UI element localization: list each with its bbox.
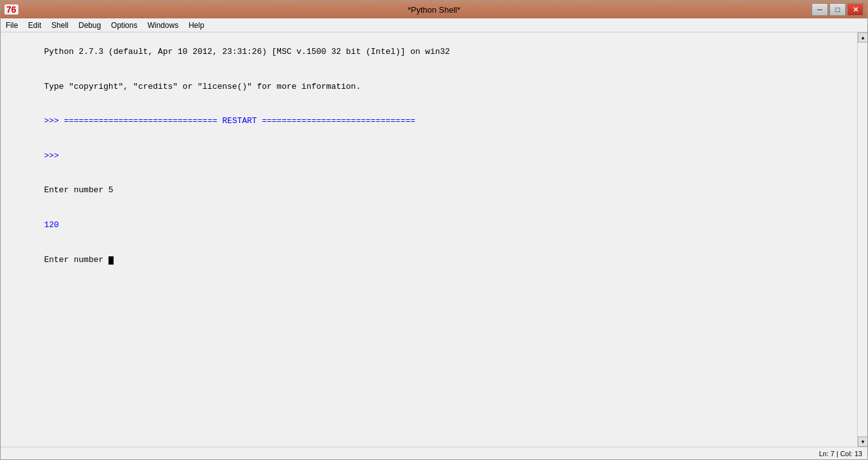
- window-controls: ─ □ ✕: [812, 3, 864, 16]
- title-bar-left: 76: [4, 4, 18, 15]
- menu-debug[interactable]: Debug: [74, 18, 106, 32]
- enter-number-prompt: Enter number: [44, 255, 108, 265]
- menu-help[interactable]: Help: [183, 18, 209, 32]
- scroll-down-arrow[interactable]: ▼: [858, 437, 867, 447]
- menu-options[interactable]: Options: [106, 18, 142, 32]
- scrollbar-right[interactable]: ▲ ▼: [857, 32, 867, 447]
- shell-text-area[interactable]: Python 2.7.3 (default, Apr 10 2012, 23:3…: [1, 32, 857, 447]
- menu-bar: File Edit Shell Debug Options Windows He…: [1, 18, 867, 32]
- main-window: 76 *Python Shell* ─ □ ✕ File Edit Shell …: [0, 0, 868, 460]
- minimize-button[interactable]: ─: [812, 3, 828, 16]
- shell-output: Python 2.7.3 (default, Apr 10 2012, 23:3…: [4, 35, 853, 277]
- title-bar: 76 *Python Shell* ─ □ ✕: [1, 1, 867, 18]
- scroll-up-arrow[interactable]: ▲: [858, 32, 867, 43]
- menu-windows[interactable]: Windows: [142, 18, 183, 32]
- app-icon: 76: [4, 4, 18, 15]
- enter-number-line: Enter number 5: [44, 185, 113, 195]
- close-button[interactable]: ✕: [847, 3, 864, 16]
- maximize-button[interactable]: □: [829, 3, 846, 16]
- menu-shell[interactable]: Shell: [46, 18, 74, 32]
- prompt-1: >>>: [44, 116, 63, 126]
- python-version-line: Python 2.7.3 (default, Apr 10 2012, 23:3…: [44, 47, 450, 56]
- window-title: *Python Shell*: [407, 5, 460, 15]
- python-info-line: Type "copyright", "credits" or "license(…: [44, 82, 360, 91]
- status-bar: Ln: 7 | Col: 13: [1, 447, 867, 459]
- menu-edit[interactable]: Edit: [23, 18, 46, 32]
- restart-line: =============================== RESTART …: [64, 116, 416, 126]
- cursor: [109, 256, 114, 265]
- menu-file[interactable]: File: [1, 18, 23, 32]
- prompt-2: >>>: [44, 151, 63, 161]
- content-area: Python 2.7.3 (default, Apr 10 2012, 23:3…: [1, 32, 867, 447]
- cursor-position: Ln: 7 | Col: 13: [819, 450, 862, 457]
- scroll-track: [858, 43, 867, 437]
- output-120: 120: [44, 220, 58, 230]
